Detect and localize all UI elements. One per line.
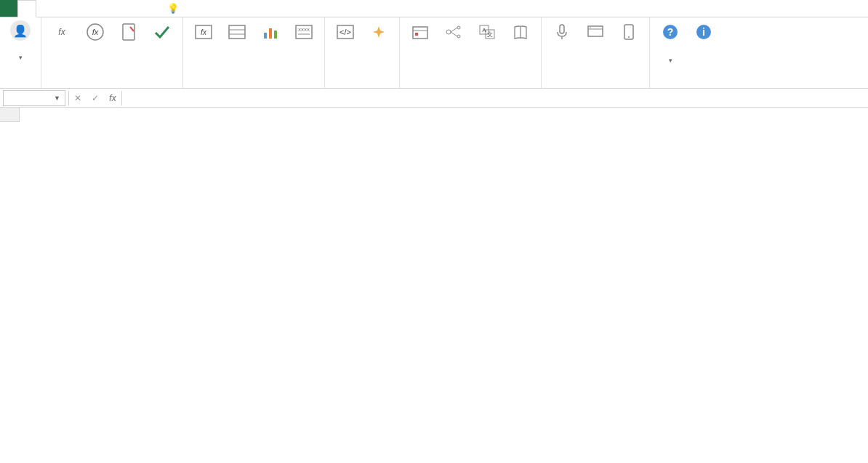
fx-icon: fx	[50, 20, 73, 44]
tab-formula[interactable]	[89, 0, 106, 17]
chevron-down-icon: ▾	[669, 57, 672, 64]
grid-main	[20, 108, 868, 463]
ribbon: 👤 ▾ fx fx fx XXXX </>	[0, 17, 868, 89]
chart-icon	[259, 20, 282, 44]
btn-auto-chat[interactable]	[546, 19, 578, 47]
ribbon-group-help: ?▾ i	[650, 17, 724, 88]
btn-web-mode[interactable]	[579, 19, 611, 47]
ribbon-group-inspiration: A文	[400, 17, 542, 88]
svg-text:</>: </>	[339, 28, 351, 36]
tab-excelai[interactable]	[17, 0, 36, 17]
svg-point-21	[457, 35, 460, 38]
web-icon	[584, 20, 607, 44]
select-all-corner[interactable]	[0, 108, 20, 122]
group-label-chat	[546, 84, 645, 88]
tab-insert[interactable]	[54, 0, 71, 17]
check-icon	[150, 20, 174, 44]
svg-rect-9	[269, 28, 272, 39]
btn-mindmap[interactable]	[438, 19, 470, 47]
svg-rect-28	[560, 25, 564, 33]
svg-text:fx: fx	[92, 28, 99, 36]
btn-translate[interactable]: A文	[471, 19, 503, 47]
svg-point-33	[628, 36, 630, 38]
fx-button[interactable]: fx	[104, 90, 121, 106]
dropdown-icon: ▼	[54, 94, 60, 102]
table-icon	[225, 20, 249, 44]
svg-text:?: ?	[667, 26, 674, 38]
tab-data[interactable]	[106, 0, 124, 17]
group-label-account	[4, 84, 36, 88]
cancel-button[interactable]: ✕	[69, 90, 87, 106]
fx-circle-icon: fx	[84, 20, 107, 44]
btn-ask-formula[interactable]: fx	[79, 19, 111, 47]
svg-rect-10	[274, 31, 277, 39]
formula-bar: ▼ ✕ ✓ fx	[0, 89, 868, 108]
btn-about[interactable]: i	[688, 19, 720, 47]
svg-text:文: 文	[487, 31, 493, 38]
mic-icon	[550, 20, 574, 44]
svg-rect-18	[415, 33, 418, 36]
table-fx-icon: fx	[192, 20, 215, 44]
spreadsheet-grid	[0, 108, 868, 463]
svg-point-31	[590, 27, 591, 28]
account-button[interactable]: 👤 ▾	[4, 19, 36, 64]
btn-ask-code[interactable]: </>	[329, 19, 361, 47]
group-label-formula	[46, 84, 178, 88]
code-icon: </>	[334, 20, 357, 44]
mobile-icon	[617, 20, 640, 44]
tab-start[interactable]	[36, 0, 54, 17]
group-label-code	[329, 84, 395, 88]
tab-help[interactable]	[141, 0, 158, 17]
xxxx-icon: XXXX	[292, 20, 316, 44]
btn-help[interactable]: ?▾	[654, 19, 686, 67]
svg-text:XXXX: XXXX	[298, 28, 310, 32]
btn-analyze[interactable]	[254, 19, 286, 47]
btn-generate[interactable]: XXXX	[288, 19, 320, 47]
btn-smart-function[interactable]: fx	[46, 19, 78, 47]
svg-rect-2	[123, 24, 134, 40]
sparkle-icon	[367, 20, 390, 44]
svg-text:fx: fx	[201, 28, 207, 36]
name-box[interactable]: ▼	[3, 90, 65, 106]
calendar-icon	[409, 20, 432, 44]
svg-rect-5	[229, 25, 245, 39]
tab-tellme[interactable]: 💡	[158, 0, 190, 17]
menu-tabs: 💡	[0, 0, 868, 17]
btn-fix-formula[interactable]	[146, 19, 178, 47]
svg-point-19	[446, 30, 451, 34]
tab-file[interactable]	[0, 0, 17, 17]
chevron-down-icon: ▾	[19, 54, 23, 61]
svg-line-22	[451, 28, 457, 32]
info-icon: i	[692, 20, 715, 44]
btn-code-lib[interactable]	[363, 19, 395, 47]
btn-prompt[interactable]	[505, 19, 537, 47]
enter-button[interactable]: ✓	[87, 90, 104, 106]
ribbon-group-code: </>	[325, 17, 400, 88]
book-icon	[509, 20, 532, 44]
tab-view[interactable]	[124, 0, 141, 17]
svg-text:i: i	[702, 26, 705, 38]
ribbon-group-account: 👤 ▾	[0, 17, 41, 88]
btn-conv-formula[interactable]: fx	[188, 19, 220, 47]
group-label-data	[188, 84, 320, 88]
group-label-insp	[404, 84, 537, 88]
bulb-icon: 💡	[167, 3, 179, 14]
row-headers	[0, 108, 20, 463]
ribbon-group-formula: fx fx	[41, 17, 183, 88]
mindmap-icon	[442, 20, 465, 44]
group-label-help	[654, 84, 720, 88]
btn-explain-formula[interactable]	[113, 19, 145, 47]
help-icon: ?	[659, 20, 682, 44]
doc-icon	[117, 20, 140, 44]
svg-point-20	[457, 26, 460, 29]
avatar-icon: 👤	[10, 20, 31, 41]
svg-line-23	[451, 32, 457, 36]
svg-rect-8	[264, 33, 267, 39]
btn-conv-data[interactable]	[221, 19, 253, 47]
btn-qa[interactable]	[404, 19, 436, 47]
svg-text:A: A	[482, 27, 486, 33]
btn-mobile-mode[interactable]	[613, 19, 645, 47]
tab-layout[interactable]	[71, 0, 89, 17]
translate-icon: A文	[475, 20, 499, 44]
ribbon-group-chat	[542, 17, 650, 88]
